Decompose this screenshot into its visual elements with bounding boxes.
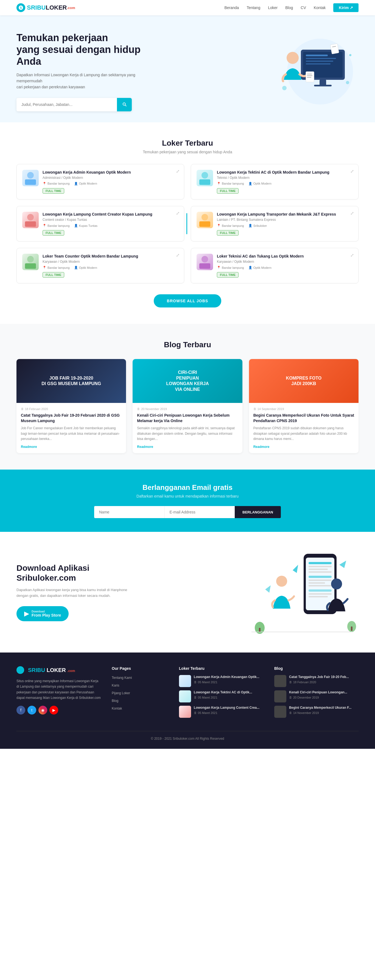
footer-page-link[interactable]: Tentang Kami [112, 676, 132, 680]
footer-blog-date: 🗓14 November 2019 [289, 711, 359, 714]
blog-excerpt: Pendaftaran CPNS 2019 sudah dibukan doku… [254, 426, 354, 442]
user-icon [74, 224, 78, 228]
svg-point-18 [282, 86, 287, 90]
share-icon[interactable]: ⤢ [350, 211, 354, 216]
nav-loker[interactable]: Loker [268, 5, 278, 10]
share-icon[interactable]: ⤢ [350, 253, 354, 258]
svg-rect-37 [308, 569, 328, 570]
blog-card-image: KOMPRES FOTO JADI 200KB [249, 359, 359, 403]
job-card-body: Loker Team Counter Optik Modern Bandar L… [43, 254, 179, 278]
user-icon [74, 266, 78, 269]
footer: SRIBU LOKER .com Situs online yang menya… [0, 652, 375, 749]
user-icon [74, 182, 78, 185]
svg-rect-49 [259, 628, 260, 632]
job-card-image [22, 170, 39, 186]
svg-rect-35 [308, 562, 332, 564]
footer-loker-info: Lowongan Kerja Lampung Content Crea... 🗓… [194, 706, 263, 714]
job-card[interactable]: Lowongan Kerja Admin Keuangan Optik Mode… [16, 164, 184, 199]
footer-page-link[interactable]: Pijang Loker [112, 691, 130, 695]
readmore-link[interactable]: Readmore [254, 445, 354, 449]
footer-page-link[interactable]: Kontak [112, 706, 122, 710]
job-company: Sribuloker [249, 224, 267, 228]
svg-rect-43 [308, 589, 332, 592]
sub-email-input[interactable] [164, 506, 235, 518]
share-icon[interactable]: ⤢ [176, 169, 180, 174]
svg-point-31 [201, 256, 208, 262]
job-location: Bandar lampung [217, 266, 244, 269]
job-location: Bandar lampung [43, 224, 70, 228]
svg-point-11 [287, 52, 299, 64]
footer-blog-title: Blog [274, 666, 359, 671]
search-button[interactable] [117, 98, 132, 111]
job-card[interactable]: Lowongan Kerja Lampung Content Creator K… [16, 206, 184, 241]
job-title: Lowongan Kerja Admin Keuangan Optik Mode… [43, 170, 179, 175]
footer-page-link[interactable]: Blog [112, 699, 118, 703]
loker-section-subtitle: Temukan pekerjaan yang sesuai dengan hid… [16, 150, 359, 154]
nav-blog[interactable]: Blog [285, 5, 293, 10]
job-card[interactable]: Loker Teknisi AC dan Tukang Las Optik Mo… [191, 248, 359, 283]
instagram-button[interactable]: ◉ [38, 706, 47, 714]
user-icon [249, 224, 252, 228]
job-card[interactable]: Lowongan Kerja Lampung Transporter dan M… [191, 206, 359, 241]
blog-date: 🗓 14 September 2019 [254, 407, 354, 410]
pin-icon [43, 266, 46, 269]
job-meta: Bandar lampung Optik Modern [217, 182, 353, 185]
svg-rect-9 [319, 80, 326, 85]
footer-page-item: Tentang Kami [112, 675, 168, 680]
job-title: Loker Teknisi AC dan Tukang Las Optik Mo… [217, 254, 353, 259]
job-meta: Bandar lampung Optik Modern [217, 266, 353, 269]
svg-point-46 [276, 576, 287, 587]
svg-rect-40 [308, 579, 332, 581]
blog-card[interactable]: JOB FAIR 19-20-2020 DI GSG MUSEUM LAMPUN… [16, 359, 126, 453]
sub-name-input[interactable] [94, 506, 164, 518]
logo-icon: S [16, 3, 25, 12]
browse-all-button[interactable]: BROWSE ALL JOBS [154, 294, 221, 307]
footer-loker-item-title: Lowongan Kerja Lampung Content Crea... [194, 706, 263, 710]
footer-loker-item: Lowongan Kerja Admin Keuangan Optik... 🗓… [179, 675, 263, 687]
nav-cv[interactable]: CV [301, 5, 306, 10]
download-button[interactable]: ▶ Download From Play Store [16, 606, 69, 621]
blog-card[interactable]: CIRI-CIRI PENIPUAN LOWONGAN KERJA VIA ON… [132, 359, 242, 453]
play-store-icon: ▶ [24, 610, 29, 617]
job-company: Optik Modern [74, 182, 97, 185]
readmore-link[interactable]: Readmore [21, 445, 121, 449]
share-icon[interactable]: ⤢ [176, 253, 180, 258]
search-input[interactable] [16, 99, 117, 111]
facebook-button[interactable]: f [16, 706, 25, 714]
footer-loker-date: 🗓05 Maret 2021 [194, 711, 263, 714]
share-icon[interactable]: ⤢ [350, 169, 354, 174]
search-icon [122, 102, 127, 107]
readmore-link[interactable]: Readmore [137, 445, 238, 449]
twitter-button[interactable]: t [27, 706, 36, 714]
nav-beranda[interactable]: Beranda [224, 5, 239, 10]
kirim-button[interactable]: Kirim ↗ [333, 3, 359, 12]
svg-point-19 [346, 81, 349, 84]
blog-img-text: CIRI-CIRI PENIPUAN LOWONGAN KERJA VIA ON… [162, 365, 213, 397]
footer-loker-item-title: Lowongan Kerja Admin Keuangan Optik... [194, 675, 263, 679]
site-logo[interactable]: S SRIBU LOKER .com [16, 3, 75, 12]
footer-page-link[interactable]: Karis [112, 684, 119, 687]
footer-blog-info: Catat Tanggalnya Job Fair 19-20 Feb... 🗓… [289, 675, 359, 684]
job-card[interactable]: Lowongan Kerja Tektini AC di Optik Moder… [191, 164, 359, 199]
nav-kontak[interactable]: Kontak [314, 5, 326, 10]
job-company: Optik Modern [74, 266, 97, 269]
footer-grid: SRIBU LOKER .com Situs online yang menya… [16, 666, 359, 721]
footer-copyright: © 2019 - 2021 Sribuloker.com All Rights … [16, 731, 359, 741]
blog-card[interactable]: KOMPRES FOTO JADI 200KB 🗓 14 September 2… [249, 359, 359, 453]
share-icon[interactable]: ⤢ [176, 211, 180, 216]
svg-point-20 [349, 54, 351, 56]
svg-rect-28 [199, 221, 210, 227]
job-card[interactable]: Loker Team Counter Optik Modern Bandar L… [16, 248, 184, 283]
nav-tentang[interactable]: Tentang [247, 5, 260, 10]
svg-rect-30 [25, 263, 36, 269]
svg-rect-42 [308, 585, 332, 586]
footer-loker-img [179, 675, 191, 687]
youtube-button[interactable]: ▶ [49, 706, 58, 714]
berlangganan-button[interactable]: BERLANGGANAN [235, 506, 281, 518]
job-badge: FULL TIME [43, 188, 64, 194]
footer-loker-item: Lowongan Kerja Tektini AC di Optik... 🗓0… [179, 690, 263, 702]
svg-rect-51 [351, 627, 353, 631]
footer-blog-img [274, 675, 286, 687]
pin-icon [43, 224, 46, 228]
footer-page-item: Pijang Loker [112, 690, 168, 695]
